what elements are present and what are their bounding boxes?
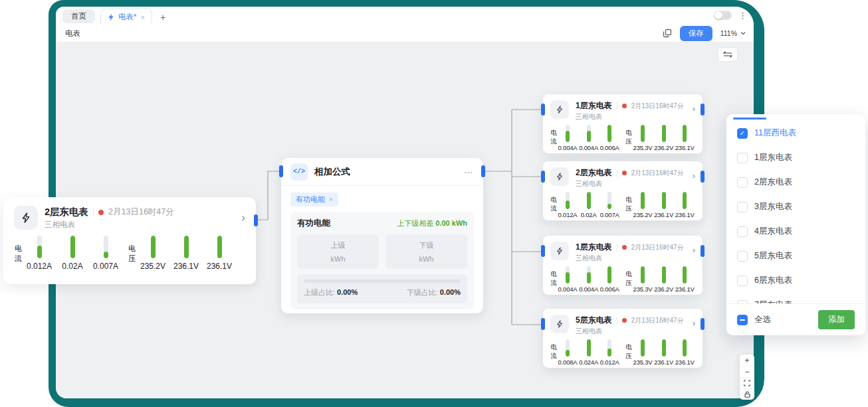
gauge-bar: [217, 236, 222, 258]
metric-tag-label: 有功电能: [296, 195, 325, 204]
gauge-fill: [607, 125, 611, 142]
gauge-bar: [641, 125, 645, 142]
kebab-menu-icon[interactable]: ⋮: [738, 11, 747, 20]
lock-button[interactable]: [740, 388, 754, 400]
gauge-value: 0.012A: [558, 211, 578, 218]
gauge-bar: [587, 125, 591, 142]
meter-picker-list[interactable]: ✓11层西电表1层东电表2层东电表3层东电表4层东电表5层东电表6层东电表7层东…: [726, 121, 865, 303]
theme-toggle[interactable]: [714, 11, 732, 20]
copy-icon[interactable]: [663, 29, 672, 38]
meter-card[interactable]: 2层东电表2月13日16时47分三相电表›电流0.012A0.02A0.007A…: [3, 197, 256, 284]
gauge-value: 236.1V: [654, 359, 673, 366]
diff-readout: 上下级相差 0.00 kWh: [397, 218, 467, 228]
meter-card[interactable]: 1层东电表2月13日16时47分三相电表›电流0.004A0.004A0.006…: [543, 94, 703, 153]
toggle-knob: [714, 11, 722, 19]
formula-output-handle[interactable]: [481, 165, 485, 177]
save-button[interactable]: 保存: [680, 26, 712, 41]
gauge-fill: [662, 192, 666, 209]
meter-output-handle[interactable]: [701, 104, 705, 116]
meter-input-handle[interactable]: [541, 104, 545, 116]
meter-title-row: 2层东电表2月13日16时47分: [576, 167, 689, 179]
gauge-fill: [217, 236, 222, 258]
gauge-value: 236.1V: [654, 211, 673, 218]
picker-item[interactable]: 3层东电表: [726, 195, 865, 219]
auto-layout-button[interactable]: [718, 47, 738, 62]
add-button[interactable]: 添加: [818, 310, 855, 329]
meter-output-handle[interactable]: [701, 171, 705, 183]
picker-checkbox[interactable]: [737, 276, 748, 286]
meter-gauge: 235.3V: [632, 266, 653, 293]
meter-card-header: 5层东电表2月13日16时47分三相电表›: [550, 315, 695, 336]
fit-view-button[interactable]: [740, 377, 754, 388]
formula-input-handle[interactable]: [279, 165, 283, 177]
status-dot: [622, 318, 627, 323]
meter-output-handle[interactable]: [701, 318, 705, 330]
formula-node[interactable]: </> 相加公式 ⋯ 有功电能 × 有功电能 上下级相差 0.00 kWh: [281, 158, 483, 313]
lightning-icon: [108, 13, 114, 21]
diff-label: 上下级相差: [397, 219, 433, 227]
more-menu-icon[interactable]: ⋯: [464, 167, 474, 177]
chevron-right-icon[interactable]: ›: [241, 211, 245, 224]
picker-item[interactable]: 7层东电表: [726, 293, 865, 303]
picker-checkbox[interactable]: ✓: [737, 128, 748, 139]
tab-home[interactable]: 首页: [62, 9, 95, 23]
meter-title: 1层东电表: [576, 242, 612, 253]
new-tab-button[interactable]: +: [160, 13, 165, 22]
meter-output-handle[interactable]: [254, 214, 258, 226]
gauge-fill: [662, 125, 666, 142]
select-all-checkbox[interactable]: [737, 315, 748, 325]
meter-input-handle[interactable]: [541, 245, 545, 257]
chevron-right-icon[interactable]: ›: [693, 245, 695, 255]
chevron-right-icon[interactable]: ›: [693, 171, 695, 181]
metric-tag[interactable]: 有功电能 ×: [290, 193, 338, 206]
meter-title: 2层东电表: [45, 206, 88, 218]
meter-icon-box: [550, 242, 569, 260]
status-dot: [622, 104, 627, 108]
gauge-fill: [683, 266, 687, 284]
tab-close-icon[interactable]: ×: [140, 13, 144, 21]
zoom-in-button[interactable]: +: [740, 355, 754, 366]
chevron-right-icon[interactable]: ›: [693, 318, 695, 328]
toggle-icon: [725, 13, 730, 18]
gauge-value: 236.1V: [173, 262, 199, 271]
picker-item[interactable]: 5层东电表: [726, 244, 865, 268]
gauge-bar: [683, 266, 687, 284]
gauge-bar: [184, 236, 189, 258]
meter-icon-box: [550, 100, 569, 119]
meter-card[interactable]: 5层东电表2月13日16时47分三相电表›电流0.008A0.024A0.012…: [543, 309, 703, 368]
picker-item[interactable]: 6层东电表: [726, 268, 865, 293]
meter-gauge: 236.1V: [653, 192, 675, 218]
chevron-right-icon[interactable]: ›: [693, 104, 695, 114]
picker-checkbox[interactable]: [737, 153, 748, 163]
downstream-ratio-label: 下级占比:: [407, 288, 438, 296]
gauge-bar: [151, 236, 156, 258]
picker-checkbox[interactable]: [737, 177, 748, 188]
meter-card[interactable]: 2层东电表2月13日16时47分三相电表›电流0.012A0.02A0.007A…: [543, 161, 703, 220]
meter-output-handle[interactable]: [701, 245, 705, 257]
gauge-fill: [566, 272, 570, 284]
picker-item[interactable]: 4层东电表: [726, 219, 865, 244]
gauge-value: 235.3V: [633, 285, 653, 293]
zoom-level-dropdown[interactable]: 111%: [720, 29, 746, 37]
meter-gauge: 235.2V: [632, 192, 653, 218]
meter-input-handle[interactable]: [541, 318, 545, 330]
meter-card[interactable]: 1层东电表2月13日16时47分三相电表›电流0.004A0.004A0.006…: [543, 236, 703, 295]
picker-item[interactable]: ✓11层西电表: [726, 121, 865, 145]
gauge-fill: [683, 192, 687, 209]
picker-item[interactable]: 2层东电表: [726, 170, 865, 195]
meter-input-handle[interactable]: [541, 171, 545, 183]
zoom-out-button[interactable]: −: [740, 366, 754, 377]
picker-checkbox[interactable]: [737, 202, 748, 212]
lightning-icon: [21, 212, 31, 223]
gauge-bar: [566, 192, 570, 209]
picker-checkbox[interactable]: [737, 226, 748, 237]
tag-close-icon[interactable]: ×: [329, 196, 333, 203]
gauge-fill: [641, 266, 645, 284]
gauge-value: 0.004A: [558, 285, 578, 293]
picker-item[interactable]: 1层东电表: [726, 145, 865, 170]
meter-gauge: 0.004A: [557, 266, 578, 293]
tab-meter-active[interactable]: 电表* ×: [100, 9, 152, 25]
picker-checkbox[interactable]: [737, 251, 748, 262]
meter-gauge: 0.012A: [23, 236, 56, 271]
gauge-fill: [683, 339, 687, 357]
